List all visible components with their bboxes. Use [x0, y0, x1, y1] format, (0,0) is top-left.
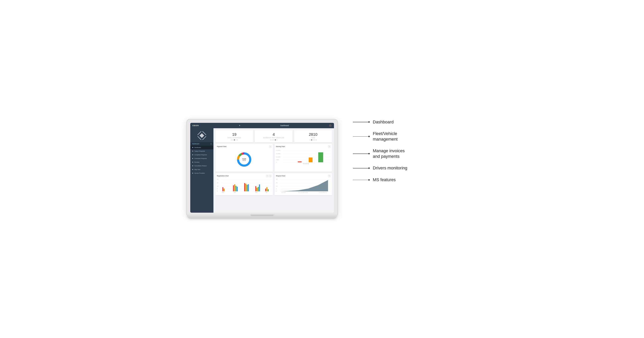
- dot: [270, 140, 271, 140]
- svg-rect-47: [268, 189, 269, 191]
- stats-row: 19 TOTAL COUNTRIES: [215, 130, 332, 142]
- reg-refresh-button[interactable]: ↻: [269, 175, 272, 177]
- sidebar-label-providers: Service Providers: [194, 172, 205, 174]
- svg-marker-62: [280, 180, 328, 191]
- sidebar-item-mapview[interactable]: Map View: [190, 168, 214, 171]
- svg-rect-31: [222, 187, 223, 191]
- svg-rect-45: [265, 188, 266, 191]
- sidebar-item-providers[interactable]: Service Providers: [190, 171, 214, 175]
- svg-text:3,000: 3,000: [276, 150, 280, 151]
- req-edit-button[interactable]: ✎: [328, 175, 330, 177]
- earning-chart-card: Earning Chart ✎ 3,000: [274, 144, 332, 172]
- reg-edit-button[interactable]: ✎: [266, 175, 268, 177]
- dot: [236, 140, 236, 140]
- earning-chart-header: Earning Chart ✎: [276, 146, 330, 148]
- user-icon[interactable]: [329, 124, 332, 127]
- sidebar-chevron: ∧: [210, 143, 212, 145]
- menu-icon[interactable]: ≡: [239, 124, 240, 126]
- svg-rect-17: [298, 161, 302, 162]
- outer-wrapper: EBER ≡ Dashboard: [187, 119, 457, 219]
- svg-text:Jan: Jan: [266, 192, 267, 193]
- svg-text:20: 20: [217, 179, 218, 180]
- laptop-notch: [250, 214, 274, 216]
- sidebar-label-mapview: Map View: [194, 169, 200, 170]
- annotation-fleet: Fleet/Vehicle management: [353, 131, 457, 142]
- payment-donut-container: Cash 94.05: [217, 149, 272, 170]
- ann-dot-ms: [368, 179, 370, 180]
- earning-edit-button[interactable]: ✎: [328, 146, 330, 148]
- sidebar-item-today[interactable]: Today's Requests: [190, 149, 214, 153]
- dot: [316, 140, 317, 140]
- svg-text:10: 10: [217, 186, 218, 186]
- svg-text:Sep: Sep: [222, 192, 224, 193]
- svg-rect-35: [236, 186, 236, 191]
- svg-text:0: 0: [276, 191, 277, 192]
- payment-chart-card: Payment Chart ✎: [215, 144, 273, 172]
- sidebar-item-dashboard[interactable]: Dashboard: [190, 146, 214, 149]
- dot: [234, 140, 235, 140]
- charts-top-row: Payment Chart ✎: [215, 144, 332, 172]
- app-container: EBER ≡ Dashboard: [190, 123, 334, 213]
- svg-text:0: 0: [217, 191, 218, 192]
- svg-rect-34: [234, 184, 235, 191]
- request-chart-card: Request Chart ✎ 20: [274, 173, 332, 195]
- annotation-text-invoices: Manage invoices and payments: [373, 148, 405, 159]
- stat-label-cash: CASH: [296, 137, 330, 138]
- sidebar-item-cancellation[interactable]: Cancellation Reason: [190, 164, 214, 168]
- reg-chart-title: Registration Chart: [217, 175, 229, 176]
- annotation-invoices: Manage invoices and payments: [353, 148, 457, 159]
- svg-text:Earning: Earning: [303, 163, 309, 164]
- annotation-dashboard: Dashboard: [353, 119, 457, 125]
- svg-text:Oct: Oct: [234, 192, 236, 193]
- dot: [313, 140, 314, 140]
- ann-dot-dashboard: [368, 121, 370, 123]
- svg-text:750: 750: [276, 159, 279, 160]
- stat-value-trips: 4: [257, 132, 291, 137]
- stat-card-countries: 19 TOTAL COUNTRIES: [215, 130, 253, 142]
- req-chart-title: Request Chart: [276, 175, 285, 176]
- sidebar-item-scheduled[interactable]: Scheduled Requests: [190, 157, 214, 160]
- dot: [314, 140, 315, 140]
- laptop-bezel: EBER ≡ Dashboard: [187, 119, 338, 214]
- reg-bar-chart: 20 15 10 5 0: [217, 178, 272, 194]
- sidebar-dot: [192, 154, 193, 155]
- earning-bar-chart: 3,000 2,250 1,500 750 0: [276, 149, 330, 164]
- sidebar-item-reviews[interactable]: Reviews: [190, 160, 214, 164]
- svg-rect-39: [247, 185, 248, 191]
- sidebar-dot: [192, 173, 193, 174]
- earning-chart-actions: ✎: [328, 146, 330, 148]
- sidebar-label-completed: Completed Requests: [194, 154, 207, 156]
- svg-rect-38: [245, 184, 246, 191]
- ann-dot-fleet: [368, 136, 370, 137]
- svg-rect-36: [237, 186, 238, 191]
- svg-text:2,250: 2,250: [276, 153, 280, 154]
- ann-line-dashboard: [353, 122, 368, 122]
- payment-edit-button[interactable]: ✎: [269, 146, 272, 148]
- brand-label: EBER: [192, 124, 199, 126]
- svg-text:0: 0: [276, 162, 277, 163]
- annotation-ms: MS features: [353, 177, 457, 183]
- svg-rect-46: [266, 187, 267, 191]
- req-chart-actions: ✎: [328, 175, 330, 177]
- sidebar-dot: [192, 151, 193, 152]
- sidebar-dot: [192, 165, 193, 166]
- logo: [198, 131, 206, 140]
- svg-marker-1: [200, 133, 204, 138]
- sidebar-item-completed[interactable]: Completed Requests: [190, 153, 214, 157]
- svg-rect-42: [256, 188, 258, 191]
- stat-card-cash: 2810 CASH: [294, 130, 332, 142]
- annotation-drivers: Drivers monitoring: [353, 165, 457, 171]
- sidebar-dot: [192, 147, 193, 148]
- dot: [310, 140, 310, 140]
- svg-rect-43: [258, 187, 259, 191]
- dot: [311, 140, 312, 140]
- main-layout: Dashboard ∧ Dashboard Today's Requests: [190, 128, 334, 213]
- svg-text:15: 15: [217, 182, 218, 183]
- sidebar-section-header: Dashboard ∧: [190, 142, 214, 146]
- sidebar-dot: [192, 162, 193, 163]
- svg-rect-32: [224, 188, 225, 191]
- payment-donut-chart: Cash 94.05: [236, 151, 253, 168]
- laptop-screen: EBER ≡ Dashboard: [190, 123, 334, 213]
- stat-dots-trips: [257, 140, 291, 140]
- svg-text:Cancelled By Provider: Cancelled By Provider: [298, 192, 308, 193]
